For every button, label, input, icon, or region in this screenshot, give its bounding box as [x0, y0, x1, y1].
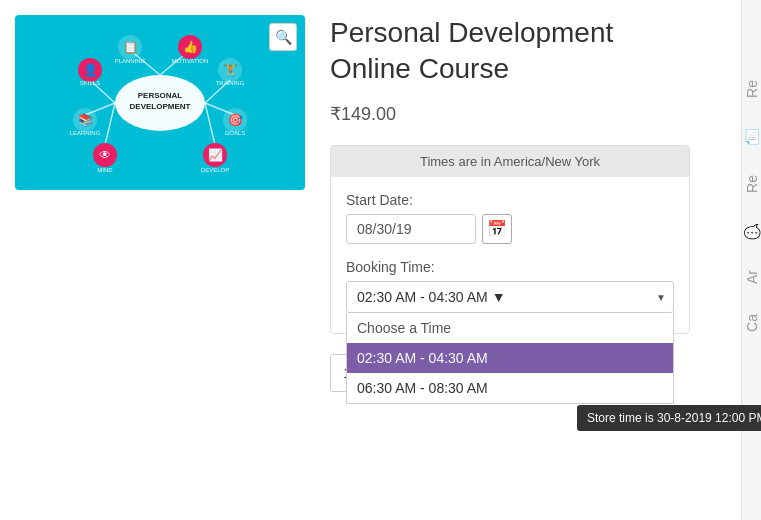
- calendar-icon-button[interactable]: 📅: [482, 214, 512, 244]
- timezone-bar: Times are in America/New York: [331, 146, 689, 177]
- center-panel: Personal Development Online Course ₹149.…: [310, 0, 741, 520]
- store-time-tooltip: Store time is 30-8-2019 12:00 PM - 02:00…: [577, 405, 761, 431]
- svg-text:👍: 👍: [183, 39, 198, 54]
- sidebar-icon-re2: Re: [744, 175, 760, 193]
- booking-time-dropdown: Choose a Time 02:30 AM - 04:30 AM 06:30 …: [346, 313, 674, 404]
- calendar-icon: 📅: [487, 219, 507, 238]
- svg-text:🏋: 🏋: [223, 62, 238, 77]
- dropdown-option-0230[interactable]: 02:30 AM - 04:30 AM: [347, 343, 673, 373]
- sidebar-icon-doc: 📄: [744, 128, 760, 145]
- sidebar-icon-re: Re: [744, 80, 760, 98]
- start-date-label: Start Date:: [346, 192, 674, 208]
- zoom-icon: 🔍: [275, 29, 292, 45]
- svg-text:MIND: MIND: [97, 167, 113, 173]
- product-image-container: PERSONAL DEVELOPMENT 👤 SKILLS 📋 PLANNING…: [15, 15, 305, 190]
- product-illustration: PERSONAL DEVELOPMENT 👤 SKILLS 📋 PLANNING…: [30, 25, 290, 180]
- sidebar-icon-chat: 💬: [744, 223, 760, 240]
- svg-text:TRAINING: TRAINING: [216, 80, 245, 86]
- start-date-input[interactable]: [346, 214, 476, 244]
- right-sidebar: Re 📄 Re 💬 Ar Ca: [741, 0, 761, 520]
- svg-text:SKILLS: SKILLS: [80, 80, 100, 86]
- svg-text:PLANNING: PLANNING: [115, 58, 146, 64]
- product-title: Personal Development Online Course: [330, 15, 721, 88]
- booking-body: Start Date: 📅 Booking Time: 02:30 AM - 0…: [331, 177, 689, 333]
- svg-text:👁: 👁: [99, 148, 111, 162]
- booking-time-label: Booking Time:: [346, 259, 674, 275]
- product-price: ₹149.00: [330, 103, 721, 125]
- svg-text:DEVELOPMENT: DEVELOPMENT: [130, 102, 191, 111]
- svg-text:PERSONAL: PERSONAL: [138, 91, 183, 100]
- dropdown-option-0630[interactable]: 06:30 AM - 08:30 AM: [347, 373, 673, 403]
- svg-text:📚: 📚: [78, 112, 93, 127]
- booking-widget: Times are in America/New York Start Date…: [330, 145, 690, 334]
- booking-select-container: 02:30 AM - 04:30 AM ▼ ▼ Choose a Time 02…: [346, 281, 674, 313]
- svg-text:MOTIVATION: MOTIVATION: [172, 58, 208, 64]
- svg-text:🎯: 🎯: [228, 112, 243, 127]
- sidebar-icon-ar: Ar: [744, 270, 760, 284]
- left-panel: PERSONAL DEVELOPMENT 👤 SKILLS 📋 PLANNING…: [0, 0, 310, 520]
- svg-text:GOALS: GOALS: [225, 130, 246, 136]
- booking-time-select[interactable]: 02:30 AM - 04:30 AM ▼: [346, 281, 674, 313]
- svg-text:DEVELOP: DEVELOP: [201, 167, 229, 173]
- dropdown-option-placeholder[interactable]: Choose a Time: [347, 313, 673, 343]
- date-input-row: 📅: [346, 214, 674, 244]
- svg-text:👤: 👤: [83, 62, 98, 77]
- sidebar-icon-ca: Ca: [744, 314, 760, 332]
- svg-text:LEARNING: LEARNING: [70, 130, 101, 136]
- svg-text:📋: 📋: [123, 39, 138, 54]
- zoom-icon-button[interactable]: 🔍: [269, 23, 297, 51]
- svg-text:📈: 📈: [208, 147, 223, 162]
